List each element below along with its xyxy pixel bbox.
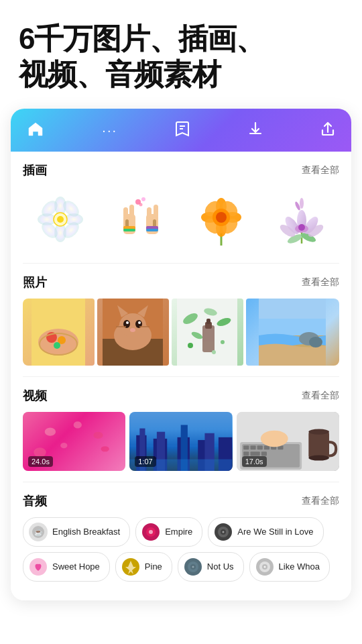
video-duration-city: 1:07 [135, 456, 156, 467]
illustration-lotus[interactable] [264, 189, 339, 250]
svg-point-37 [216, 212, 227, 223]
chip-icon-english-breakfast: ☕ [29, 523, 48, 541]
chip-icon-like-whoa [255, 557, 274, 576]
svg-point-117 [308, 455, 329, 460]
svg-rect-112 [243, 451, 249, 455]
chip-icon-empire [141, 523, 160, 541]
illustration-hands[interactable] [103, 189, 178, 250]
audio-section: 音频 查看全部 ☕ English Breakfast [11, 493, 351, 595]
svg-point-118 [260, 430, 288, 447]
svg-point-54 [54, 342, 60, 349]
audio-chip-english-breakfast[interactable]: ☕ English Breakfast [23, 517, 130, 547]
audio-chip-are-we-still[interactable]: Are We Still in Love [208, 517, 323, 547]
photos-grid [23, 299, 339, 366]
videos-see-all[interactable]: 查看全部 [302, 390, 339, 402]
svg-rect-107 [250, 445, 255, 449]
svg-rect-17 [123, 229, 135, 231]
svg-rect-74 [202, 325, 215, 352]
svg-point-11 [57, 216, 64, 223]
videos-section: 视频 查看全部 [11, 388, 351, 482]
illustrations-title: 插画 [23, 162, 47, 178]
videos-title: 视频 [23, 388, 47, 404]
illustration-flower[interactable] [23, 189, 98, 250]
svg-rect-114 [261, 451, 266, 455]
svg-point-64 [126, 321, 129, 324]
chip-label-sweet-hope: Sweet Hope [52, 561, 100, 572]
divider-3 [23, 482, 339, 482]
svg-point-87 [74, 421, 82, 428]
illustrations-see-all[interactable]: 查看全部 [302, 164, 339, 176]
svg-point-89 [60, 443, 67, 448]
svg-rect-82 [259, 299, 326, 319]
audio-chip-like-whoa[interactable]: Like Whoa [249, 552, 330, 582]
svg-point-134 [192, 566, 194, 568]
svg-rect-20 [154, 205, 158, 218]
audio-title: 音频 [23, 493, 47, 509]
svg-point-116 [308, 429, 329, 434]
photo-cat[interactable] [97, 299, 169, 366]
photo-sea[interactable] [246, 299, 339, 366]
illustration-marigold[interactable] [184, 189, 259, 250]
photos-header: 照片 查看全部 [23, 274, 339, 290]
hero-title: 6千万图片、插画、 视频、音频素材 [19, 21, 343, 93]
svg-point-127 [223, 531, 225, 533]
photo-food[interactable] [23, 299, 95, 366]
top-nav: ··· [11, 109, 351, 152]
photos-see-all[interactable]: 查看全部 [302, 276, 339, 288]
svg-rect-19 [147, 207, 152, 218]
audio-chips-container: ☕ English Breakfast Empire [23, 517, 339, 584]
chip-label-pine: Pine [145, 561, 162, 572]
chip-icon-are-we-still [214, 523, 233, 541]
audio-see-all[interactable]: 查看全部 [302, 495, 339, 507]
video-duration-desk: 17.0s [242, 456, 267, 467]
svg-point-84 [309, 337, 322, 347]
svg-point-66 [130, 328, 135, 332]
chip-icon-pine [121, 557, 140, 576]
photo-herbs[interactable] [172, 299, 243, 366]
illustrations-row [23, 186, 339, 252]
chip-icon-not-us [184, 557, 202, 576]
svg-point-79 [212, 350, 216, 354]
svg-point-47 [298, 224, 305, 231]
svg-rect-106 [243, 445, 249, 449]
svg-point-25 [141, 197, 145, 201]
video-desk[interactable]: 17.0s [237, 412, 339, 471]
svg-rect-13 [123, 207, 128, 218]
chip-label-english-breakfast: English Breakfast [52, 527, 120, 537]
video-pink[interactable]: 24.0s [23, 412, 125, 471]
audio-chip-empire[interactable]: Empire [135, 517, 202, 547]
svg-rect-76 [206, 319, 210, 324]
chip-label-like-whoa: Like Whoa [279, 561, 320, 572]
svg-point-138 [263, 566, 265, 568]
svg-point-26 [139, 203, 143, 206]
videos-header: 视频 查看全部 [23, 388, 339, 404]
video-duration-pink: 24.0s [28, 456, 53, 467]
divider-2 [23, 376, 339, 377]
chip-label-are-we-still: Are We Still in Love [237, 527, 313, 537]
svg-point-48 [300, 198, 304, 209]
chip-icon-sweet-hope [29, 557, 48, 576]
more-icon[interactable]: ··· [102, 123, 117, 138]
svg-point-91 [34, 447, 46, 457]
share-icon[interactable] [320, 121, 335, 141]
audio-chip-sweet-hope[interactable]: Sweet Hope [23, 552, 110, 582]
audio-header: 音频 查看全部 [23, 493, 339, 509]
video-city[interactable]: 1:07 [129, 412, 232, 471]
bookmark-icon[interactable] [175, 121, 190, 141]
download-icon[interactable] [248, 121, 263, 141]
divider-1 [23, 263, 339, 264]
content-area: 插画 查看全部 [11, 152, 351, 600]
photos-section: 照片 查看全部 [11, 274, 351, 376]
chip-label-empire: Empire [165, 527, 192, 537]
svg-point-86 [45, 427, 56, 435]
svg-rect-108 [257, 445, 262, 449]
svg-point-65 [138, 321, 141, 324]
svg-point-123 [149, 530, 153, 534]
photos-title: 照片 [23, 274, 47, 290]
svg-point-88 [93, 431, 103, 438]
svg-rect-113 [250, 451, 259, 455]
audio-chip-not-us[interactable]: Not Us [178, 552, 244, 582]
audio-chip-pine[interactable]: Pine [115, 552, 172, 582]
home-icon[interactable] [27, 121, 44, 141]
svg-rect-23 [146, 229, 158, 231]
